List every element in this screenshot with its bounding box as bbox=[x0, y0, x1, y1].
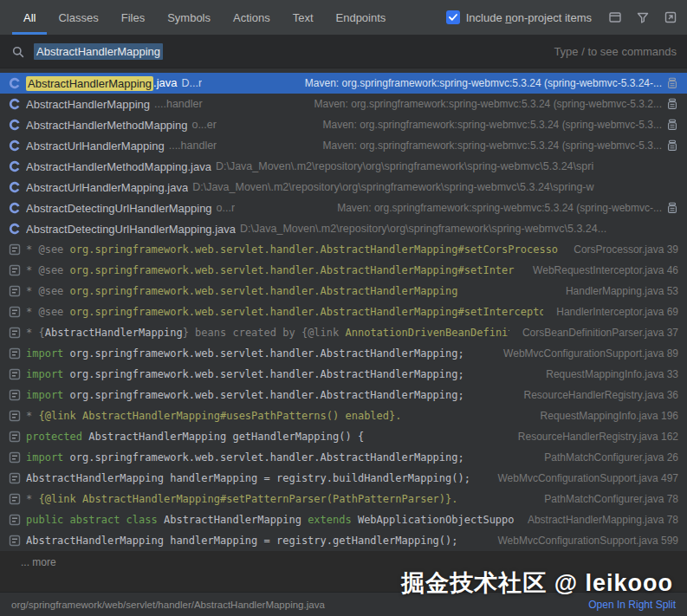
result-text: * {@link AbstractHandlerMapping#setPatte… bbox=[26, 493, 458, 505]
result-file-label: WebMvcConfigurationSupport.java 89 bbox=[495, 347, 678, 360]
result-file-label: Maven: org.springframework:spring-webmvc… bbox=[306, 98, 662, 110]
text-search-icon bbox=[8, 326, 22, 340]
tab-actions[interactable]: Actions bbox=[222, 0, 282, 35]
search-input[interactable]: AbstractHandlerMapping bbox=[34, 43, 163, 60]
result-text: AbstractHandlerMapping handlerMapping = … bbox=[26, 472, 470, 484]
checkbox-checked-icon bbox=[446, 10, 460, 24]
result-text: * {AbstractHandlerMapping} beans created… bbox=[26, 327, 509, 339]
result-file-label: CorsProcessor.java 39 bbox=[565, 243, 678, 256]
result-file-label: Maven: org.springframework:spring-webmvc… bbox=[296, 77, 662, 89]
jar-icon bbox=[666, 139, 678, 152]
result-text: * @see org.springframework.web.servlet.h… bbox=[26, 285, 458, 297]
result-row[interactable]: AbstractHandlerMethodMapping.javaD:\Java… bbox=[0, 156, 687, 177]
result-file-label: RequestMappingInfo.java 33 bbox=[537, 368, 678, 380]
result-row[interactable]: import org.springframework.web.servlet.h… bbox=[0, 447, 687, 468]
result-row[interactable]: * {AbstractHandlerMapping} beans created… bbox=[0, 322, 687, 343]
result-file-label: PathMatchConfigurer.java 78 bbox=[535, 493, 678, 505]
search-hint: Type / to see commands bbox=[554, 45, 677, 58]
preview-icon[interactable] bbox=[607, 10, 623, 25]
result-row[interactable]: AbstractHandlerMapping handlerMapping = … bbox=[0, 530, 687, 551]
result-file-label: WebMvcConfigurationSupport.java 599 bbox=[489, 535, 678, 547]
result-file-label: PathMatchConfigurer.java 26 bbox=[535, 451, 678, 464]
result-location: D...r bbox=[182, 77, 203, 89]
text-search-icon bbox=[8, 263, 22, 277]
tab-bar-actions: Include non-project items bbox=[446, 0, 678, 35]
jar-icon bbox=[666, 97, 678, 111]
result-file-label: AbstractHandlerMapping.java 78 bbox=[519, 514, 678, 526]
text-search-icon bbox=[8, 513, 22, 527]
open-in-find-window-icon[interactable] bbox=[663, 10, 678, 25]
text-search-icon bbox=[8, 409, 22, 423]
result-row[interactable]: AbstractUrlHandlerMapping.javaD:\Java_Mo… bbox=[0, 177, 687, 198]
result-text: AbstractHandlerMethodMapping.java bbox=[26, 160, 211, 173]
result-text: AbstractHandlerMapping handlerMapping = … bbox=[26, 535, 458, 547]
result-row[interactable]: import org.springframework.web.servlet.h… bbox=[0, 343, 687, 364]
class-icon bbox=[8, 97, 22, 111]
jar-icon bbox=[666, 201, 678, 215]
result-text: AbstractHandlerMethodMapping bbox=[26, 119, 187, 132]
result-row[interactable]: protected AbstractHandlerMapping getHand… bbox=[0, 426, 687, 447]
result-row[interactable]: * @see org.springframework.web.servlet.h… bbox=[0, 281, 687, 302]
result-text: protected AbstractHandlerMapping getHand… bbox=[26, 431, 364, 443]
result-file-label: Maven: org.springframework:spring-webmvc… bbox=[328, 202, 662, 214]
result-row[interactable]: import org.springframework.web.servlet.h… bbox=[0, 364, 687, 385]
result-location: D:\Java_Moven\.m2\repository\org\springf… bbox=[192, 181, 593, 193]
tab-all[interactable]: All bbox=[12, 0, 47, 35]
result-location: D:\Java_Moven\.m2\repository\org\springf… bbox=[240, 223, 606, 235]
result-text: AbstractUrlHandlerMapping.java bbox=[26, 181, 188, 194]
class-icon bbox=[8, 139, 22, 152]
result-text: public abstract class AbstractHandlerMap… bbox=[26, 514, 515, 526]
result-row[interactable]: * @see org.springframework.web.servlet.h… bbox=[0, 302, 687, 322]
result-row[interactable]: AbstractHandlerMethodMappingo...erMaven:… bbox=[0, 114, 687, 135]
result-file-label: HandlerMapping.java 53 bbox=[557, 285, 678, 297]
result-row[interactable]: import org.springframework.web.servlet.h… bbox=[0, 385, 687, 405]
result-row[interactable]: * @see org.springframework.web.servlet.h… bbox=[0, 260, 687, 281]
tab-symbols[interactable]: Symbols bbox=[156, 0, 222, 35]
open-in-right-split-link[interactable]: Open In Right Split bbox=[588, 599, 676, 611]
result-row[interactable]: * {@link AbstractHandlerMapping#usesPath… bbox=[0, 405, 687, 426]
more-link[interactable]: ... more bbox=[0, 551, 687, 568]
result-file-label: CorsBeanDefinitionParser.java 37 bbox=[514, 327, 678, 339]
search-everywhere-popup: AllClassesFilesSymbolsActionsTextEndpoin… bbox=[0, 0, 687, 616]
result-row[interactable]: AbstractHandlerMapping handlerMapping = … bbox=[0, 468, 687, 489]
class-icon bbox=[8, 222, 22, 236]
result-text: AbstractDetectingUrlHandlerMapping bbox=[26, 202, 212, 215]
text-search-icon bbox=[8, 534, 22, 548]
result-location: o...r bbox=[217, 202, 236, 214]
text-search-icon bbox=[8, 388, 22, 402]
jar-icon bbox=[666, 76, 678, 90]
result-row[interactable]: * @see org.springframework.web.servlet.h… bbox=[0, 239, 687, 260]
tab-classes[interactable]: Classes bbox=[47, 0, 109, 35]
result-text: import org.springframework.web.servlet.h… bbox=[26, 347, 464, 360]
result-file-label: WebRequestInterceptor.java 46 bbox=[524, 264, 678, 276]
tab-text[interactable]: Text bbox=[282, 0, 325, 35]
result-location: o...er bbox=[191, 119, 217, 131]
tab-bar-tabs: AllClassesFilesSymbolsActionsTextEndpoin… bbox=[12, 0, 397, 35]
result-row[interactable]: AbstractDetectingUrlHandlerMapping.javaD… bbox=[0, 218, 687, 239]
result-text: import org.springframework.web.servlet.h… bbox=[26, 389, 464, 401]
result-location: D:\Java_Moven\.m2\repository\org\springf… bbox=[216, 160, 593, 172]
result-file-label: ResourceHandlerRegistry.java 162 bbox=[509, 431, 678, 443]
jar-icon bbox=[666, 118, 678, 132]
result-row[interactable]: public abstract class AbstractHandlerMap… bbox=[0, 509, 687, 530]
result-location: ....handler bbox=[154, 98, 203, 110]
include-non-project-checkbox[interactable]: Include non-project items bbox=[446, 10, 592, 24]
result-row[interactable]: * {@link AbstractHandlerMapping#setPatte… bbox=[0, 489, 687, 509]
result-row[interactable]: AbstractDetectingUrlHandlerMappingo...rM… bbox=[0, 198, 687, 218]
class-icon bbox=[8, 159, 22, 173]
tab-endpoints[interactable]: Endpoints bbox=[325, 0, 398, 35]
result-row[interactable]: AbstractUrlHandlerMapping....handlerMave… bbox=[0, 135, 687, 156]
text-search-icon bbox=[8, 471, 22, 485]
result-row[interactable]: AbstractHandlerMapping.javaD...rMaven: o… bbox=[0, 73, 687, 94]
text-search-icon bbox=[8, 243, 22, 256]
text-search-icon bbox=[8, 367, 22, 381]
result-file-label: HandlerInterceptor.java 69 bbox=[548, 306, 678, 318]
text-search-icon bbox=[8, 451, 22, 464]
result-row[interactable]: AbstractHandlerMapping....handlerMaven: … bbox=[0, 94, 687, 114]
filter-icon[interactable] bbox=[635, 10, 651, 25]
tab-files[interactable]: Files bbox=[110, 0, 156, 35]
search-icon bbox=[10, 44, 26, 60]
result-file-label: WebMvcConfigurationSupport.java 497 bbox=[489, 472, 678, 484]
result-text: import org.springframework.web.servlet.h… bbox=[26, 368, 464, 380]
text-search-icon bbox=[8, 305, 22, 319]
